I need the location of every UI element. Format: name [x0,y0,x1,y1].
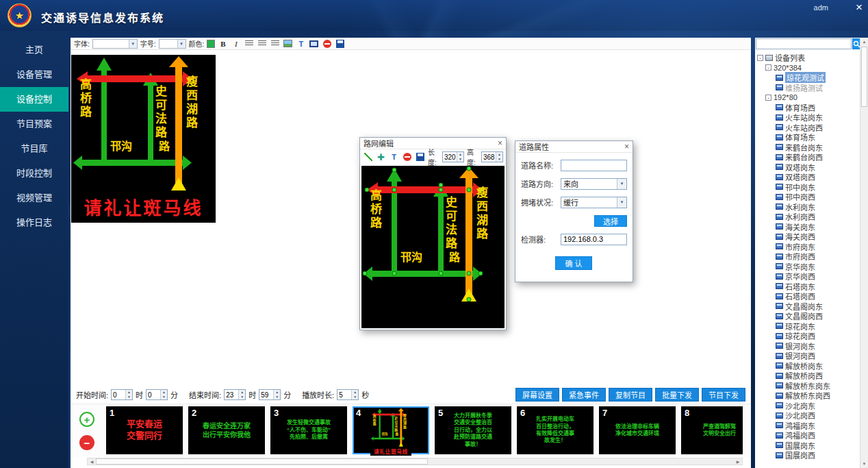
scroll-thumb[interactable] [861,47,867,107]
device-tree-item[interactable]: 双塔岗西 [756,172,859,182]
scroll-thumb[interactable] [96,458,428,465]
decrement-icon[interactable]: ▼ [352,395,358,399]
device-tree-item[interactable]: 京华岗西 [756,271,859,282]
screen-button[interactable] [309,39,319,49]
device-tree-item[interactable]: 体育场东 [756,132,859,143]
increment-icon[interactable]: ▲ [496,152,502,157]
device-tree-item[interactable]: 海关岗东 [756,222,859,232]
start-hour-input[interactable] [112,390,125,399]
horizontal-scrollbar[interactable]: ◀ ▶ [87,458,743,465]
align-center-button[interactable] [257,39,267,49]
increment-icon[interactable]: ▲ [239,390,245,395]
device-tree-item[interactable]: 琼花岗东 [756,321,859,332]
decrement-icon[interactable]: ▼ [126,395,132,399]
sidebar-item-time-control[interactable]: 时段控制 [0,161,68,186]
height-input[interactable] [482,152,496,162]
length-stepper[interactable]: ▲▼ [442,151,464,162]
device-tree-item[interactable]: 文昌阁岗东 [756,301,859,312]
draw-line-button[interactable] [363,152,373,162]
sign-preview[interactable]: 高桥路 史可法路 瘦西湖路 邗沟 路 请礼让斑马线 [71,55,216,223]
device-tree-item[interactable]: 鸿福岗东 [756,421,859,431]
close-icon[interactable]: × [624,143,629,151]
select-button[interactable]: 选择 [594,215,627,227]
device-tree-item[interactable]: 石塔岗东 [756,282,859,292]
road-direction-select[interactable]: 来向 ▼ [561,178,627,190]
device-tree-item[interactable]: 沙北岗西 [756,410,859,421]
increment-icon[interactable]: ▲ [352,390,358,395]
insert-text-button[interactable]: T [296,39,306,49]
decrement-icon[interactable]: ▼ [457,157,463,162]
bold-button[interactable]: B [218,39,228,49]
device-tree-item[interactable]: 双塔岗东 [756,162,859,173]
tree-group-192x80[interactable]: - 192*80 [756,93,859,103]
program-thumbnail-7[interactable]: 7 依法治理非标车辆 净化城市交通环境 [599,406,676,454]
collapse-icon[interactable]: - [765,64,771,71]
device-tree-item[interactable]: 市府岗东 [756,242,859,252]
collapse-icon[interactable]: - [757,55,763,61]
increment-icon[interactable]: ▲ [161,390,167,395]
remove-program-button[interactable]: − [79,435,94,450]
program-thumbnail-8[interactable]: 8 严查酒驾醉驾 文明安全出行 [681,406,743,454]
device-tree-item[interactable]: 市府岗西 [756,251,859,262]
increment-icon[interactable]: ▲ [457,152,463,157]
congestion-select[interactable]: 缓行 ▼ [561,197,627,208]
move-button[interactable]: ✚ [376,152,386,162]
device-tree-item[interactable]: 体育场西 [756,103,859,113]
sidebar-item-device-control[interactable]: 设备控制 [0,87,68,112]
device-tree-item[interactable]: 文昌阁岗西 [756,311,859,321]
color-swatch[interactable] [207,40,215,48]
end-hour-stepper[interactable]: ▲▼ [224,389,246,400]
program-thumbnail-6[interactable]: 6 扎实开展电动车 百日整治行动， 有效降低交通事 故发生！ [517,406,593,454]
scroll-up-icon[interactable]: ▲ [860,38,868,46]
road-properties-titlebar[interactable]: 道路属性 × [515,141,633,153]
align-right-button[interactable] [270,39,280,49]
save-button[interactable] [415,152,425,162]
delete-button[interactable] [402,152,412,162]
device-tree-item[interactable]: 石塔岗西 [756,291,859,301]
device-tree-item[interactable]: 水利岗西 [756,212,859,222]
batch-send-button[interactable]: 批量下发 [655,388,699,402]
device-tree-item[interactable]: 鸿福岗西 [756,430,859,441]
device-tree-item[interactable]: 解放桥岗西 [756,371,859,381]
copy-program-button[interactable]: 复制节目 [609,388,652,402]
scroll-track[interactable] [96,458,734,465]
device-tree-item[interactable]: 水利岗东 [756,202,859,212]
font-select[interactable]: ▼ [92,39,138,49]
increment-icon[interactable]: ▲ [274,390,280,395]
sidebar-item-program-plan[interactable]: 节目预案 [0,112,68,136]
device-tree-item[interactable]: 火车站岗西 [756,123,859,133]
align-left-button[interactable] [244,39,254,49]
save-button[interactable] [335,39,345,49]
clear-button[interactable] [322,39,332,49]
decrement-icon[interactable]: ▼ [274,395,280,399]
device-tree-item[interactable]: 海关岗西 [756,232,859,242]
search-input[interactable] [756,38,852,49]
program-thumbnail-5[interactable]: 5 大力开展秋冬季 交通安全整治百 日行动，全力以 赴预防道路交通 事故！ [435,406,511,454]
sidebar-item-program-library[interactable]: 节目库 [0,136,68,161]
device-tree-item[interactable]: 来鹤台岗东 [756,143,859,153]
program-thumbnail-4[interactable]: 4 [353,406,429,454]
device-tree-item[interactable]: 邗中岗西 [756,192,859,202]
device-tree-item[interactable]: 银河岗西 [756,351,859,361]
close-icon[interactable]: × [856,1,863,13]
road-name-field[interactable] [561,160,627,171]
emergency-event-button[interactable]: 紧急事件 [562,388,606,402]
sidebar-item-video-management[interactable]: 视频管理 [0,186,68,210]
program-thumbnail-2[interactable]: 2 春运安全连万家 出行平安你我他 [188,406,265,454]
text-tool-button[interactable]: T [389,152,399,162]
vertical-scrollbar[interactable]: ▲ ▼ [860,38,868,468]
device-tree-item[interactable]: 国展岗东 [756,441,859,451]
program-thumbnail-1[interactable]: 1 平安春运 交警同行 [106,406,183,454]
scroll-right-icon[interactable]: ▶ [734,458,742,465]
device-tree-item[interactable]: 火车站岗东 [756,112,859,123]
screen-settings-button[interactable]: 屏幕设置 [515,388,559,402]
device-tree-item[interactable]: 银河岗东 [756,341,859,352]
length-input[interactable] [443,152,457,162]
device-tree-item[interactable]: 解放桥东岗东 [756,381,859,391]
device-tree-item[interactable]: 解放桥岗东 [756,361,859,371]
italic-button[interactable]: I [231,39,241,49]
sidebar-item-home[interactable]: 主页 [0,38,68,62]
program-send-button[interactable]: 节目下发 [702,388,745,402]
end-minute-stepper[interactable]: ▲▼ [259,389,281,400]
sidebar-item-device-management[interactable]: 设备管理 [0,62,68,87]
